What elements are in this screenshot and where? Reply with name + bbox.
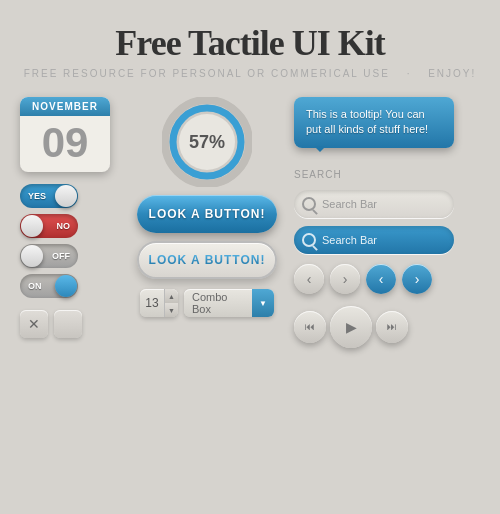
spinner-box[interactable]: ▲ ▼: [140, 289, 178, 317]
toggle-on-knob: [55, 275, 77, 297]
empty-button[interactable]: [54, 310, 82, 338]
toggle-yes-label: YES: [28, 191, 46, 201]
combo-box[interactable]: Combo Box ▼: [184, 289, 274, 317]
calendar-day: 09: [20, 122, 110, 164]
toggle-yes-track[interactable]: YES: [20, 184, 78, 208]
toggle-yes[interactable]: YES: [20, 184, 120, 208]
forward-button[interactable]: ⏭: [376, 311, 408, 343]
search-label: Search: [294, 164, 454, 182]
toggle-group: YES NO OFF ON: [20, 184, 120, 298]
spinner-arrows: ▲ ▼: [164, 289, 178, 317]
spinner-row: ▲ ▼ Combo Box ▼: [140, 289, 274, 317]
combo-label: Combo Box: [192, 291, 248, 315]
page-header: Free Tactile UI Kit Free Resource for Pe…: [0, 0, 500, 87]
spinner-down[interactable]: ▼: [164, 303, 178, 317]
toggle-yes-knob: [55, 185, 77, 207]
toggle-no-knob: [21, 215, 43, 237]
blue-button-1[interactable]: Look A Button!: [137, 195, 277, 233]
circle-progress: 57%: [162, 97, 252, 187]
calendar-widget: November 09: [20, 97, 110, 172]
prev-page-blue-btn[interactable]: ‹: [366, 264, 396, 294]
next-page-btn[interactable]: ›: [330, 264, 360, 294]
search-bar-1[interactable]: Search Bar: [294, 190, 454, 218]
spinner-up[interactable]: ▲: [164, 289, 178, 303]
tooltip-text: This is a tooltip! You can put all kinds…: [306, 108, 428, 135]
toggle-on-track[interactable]: ON: [20, 274, 78, 298]
combo-arrow-icon: ▼: [252, 289, 274, 317]
right-column: This is a tooltip! You can put all kinds…: [294, 97, 454, 348]
page-subtitle: Free Resource for Personal or Commerical…: [0, 68, 500, 79]
spinner-input[interactable]: [140, 296, 164, 310]
left-column: November 09 YES NO: [20, 97, 120, 338]
calendar-body: 09: [20, 116, 110, 172]
play-button[interactable]: ▶: [330, 306, 372, 348]
toggle-no[interactable]: NO: [20, 214, 120, 238]
toggle-on[interactable]: ON: [20, 274, 120, 298]
search-placeholder-1: Search Bar: [322, 198, 377, 210]
toggle-off-label: OFF: [52, 251, 70, 261]
search-icon-1: [302, 197, 316, 211]
toggle-on-label: ON: [28, 281, 42, 291]
middle-column: 57% Look A Button! Look A Button! ▲ ▼ Co…: [132, 97, 282, 317]
search-bar-2[interactable]: Search Bar: [294, 226, 454, 254]
rewind-button[interactable]: ⏮: [294, 311, 326, 343]
main-content: November 09 YES NO: [0, 87, 500, 358]
page-title: Free Tactile UI Kit: [0, 22, 500, 64]
tooltip-bubble: This is a tooltip! You can put all kinds…: [294, 97, 454, 148]
media-controls: ⏮ ▶ ⏭: [294, 306, 454, 348]
blue-button-2[interactable]: Look A Button!: [137, 241, 277, 279]
search-placeholder-2: Search Bar: [322, 234, 377, 246]
next-page-blue-btn[interactable]: ›: [402, 264, 432, 294]
toggle-no-label: NO: [57, 221, 71, 231]
close-button[interactable]: ✕: [20, 310, 48, 338]
search-icon-2: [302, 233, 316, 247]
toggle-off[interactable]: OFF: [20, 244, 120, 268]
prev-page-btn[interactable]: ‹: [294, 264, 324, 294]
toggle-off-track[interactable]: OFF: [20, 244, 78, 268]
calendar-month: November: [20, 97, 110, 116]
pagination-row: ‹ › ‹ ›: [294, 264, 454, 294]
progress-percent: 57%: [189, 132, 225, 153]
toggle-no-track[interactable]: NO: [20, 214, 78, 238]
toggle-off-knob: [21, 245, 43, 267]
checkbox-row: ✕: [20, 310, 120, 338]
